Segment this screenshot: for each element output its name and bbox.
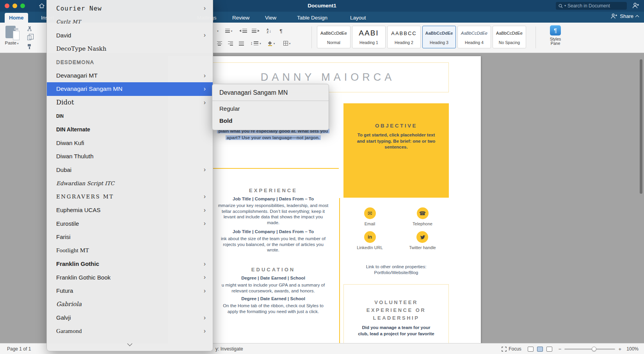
hidden-dropdown-caret[interactable]: ▾ [215, 27, 221, 35]
tab-home[interactable]: Home [5, 13, 28, 23]
format-painter-button[interactable] [26, 44, 33, 50]
chevron-down-icon [127, 341, 132, 346]
font-menu-item-franklin-gothic[interactable]: Franklin Gothic› [47, 257, 213, 271]
submenu-font-name: Devanagari Sangam MN [212, 87, 329, 99]
print-layout-view-button[interactable] [537, 347, 543, 352]
font-menu-item-edwardian-script-itc[interactable]: Edwardian Script ITC [47, 177, 213, 190]
degree-line: Degree | Date Earned | School [207, 296, 340, 302]
zoom-out-button[interactable]: − [559, 346, 562, 352]
submenu-option-regular[interactable]: Regular [212, 103, 329, 115]
focus-button[interactable]: Focus [502, 346, 521, 352]
contact-item-linkedin-url[interactable]: inLinkedIn URL [357, 231, 383, 250]
tab-view[interactable]: View [261, 13, 281, 23]
style-label: Heading 3 [423, 40, 455, 45]
vertical-scrollbar[interactable] [640, 59, 642, 194]
font-menu-item-farisi[interactable]: Farisi [47, 230, 213, 244]
share-sheet-icon[interactable] [632, 2, 639, 9]
text-line: apart? Use your own language—not jargon. [207, 135, 340, 141]
search-in-document-field[interactable]: ▾ Search in Document [556, 2, 627, 10]
read-mode-view-button[interactable] [528, 347, 534, 352]
submenu-arrow-icon: › [204, 207, 206, 213]
font-menu-item-curlz-mt[interactable]: Curlz MT [47, 15, 213, 29]
align-center-button[interactable] [215, 39, 224, 48]
menu-scroll-down[interactable] [47, 339, 213, 349]
font-menu-item-dubai[interactable]: Dubai› [47, 163, 213, 177]
cut-button[interactable] [26, 26, 33, 32]
line-spacing-icon: ↕ [250, 41, 253, 46]
font-menu-item-decotype-naskh[interactable]: DecoType Naskh [47, 42, 213, 56]
font-menu-item-footlight-mt[interactable]: Footlight MT [47, 244, 213, 257]
font-menu-item-eurostile[interactable]: Eurostile› [47, 217, 213, 230]
font-menu-item-gabriola[interactable]: Gabriola [47, 297, 213, 311]
text-line: made. [207, 220, 340, 226]
submenu-arrow-icon: › [204, 32, 206, 38]
borders-grid-icon [283, 41, 288, 46]
style-card-heading-1[interactable]: AABIHeading 1 [352, 26, 386, 48]
font-name-label: DIN Alternate [56, 126, 90, 133]
font-menu-item-diwan-thuluth[interactable]: Diwan Thuluth [47, 150, 213, 163]
paste-button[interactable] [5, 26, 16, 38]
style-card-normal[interactable]: AaBbCcDdEeNormal [317, 26, 350, 48]
font-menu-item-din-alternate[interactable]: DIN Alternate [47, 123, 213, 136]
caret-icon: ▾ [260, 42, 261, 45]
zoom-slider-thumb[interactable] [592, 347, 596, 351]
font-menu-item-galvji[interactable]: Galvji› [47, 311, 213, 325]
show-paragraph-marks-button[interactable]: ¶ [277, 27, 285, 35]
shading-button[interactable]: ▾ [265, 39, 278, 48]
font-menu-item-courier-new[interactable]: Courier New› [47, 2, 213, 15]
paste-label[interactable]: Paste▾ [3, 41, 20, 45]
font-menu-item-diwan-kufi[interactable]: Diwan Kufi [47, 136, 213, 150]
sort-button[interactable]: AZ↓ [263, 27, 275, 35]
style-card-no-spacing[interactable]: AaBbCcDdEeNo Spacing [493, 26, 526, 48]
copy-button[interactable] [26, 35, 33, 41]
page-indicator[interactable]: Page 1 of 1 [7, 346, 31, 352]
font-name-label: Devanagari MT [56, 72, 98, 79]
increase-indent-button[interactable] [251, 27, 261, 35]
tab-review[interactable]: Review [228, 13, 254, 23]
text-line: and start typing. Be brief: one or two [343, 138, 449, 145]
font-name-label: Franklin Gothic Book [56, 274, 110, 281]
font-menu-item-david[interactable]: David› [47, 28, 213, 42]
font-menu-item-franklin-gothic-book[interactable]: Franklin Gothic Book› [47, 271, 213, 284]
font-menu-item-garamond[interactable]: Garamond› [47, 324, 213, 338]
decrease-indent-button[interactable] [238, 27, 248, 35]
caret-icon: ▾ [289, 42, 291, 45]
text-line: levant and include data that shows the i… [207, 214, 340, 220]
contact-item-twitter-handle[interactable]: Twitter handle [409, 231, 436, 250]
zoom-slider[interactable] [564, 349, 615, 350]
zoom-level[interactable]: 100% [624, 346, 639, 352]
font-name-label: Garamond [56, 327, 82, 335]
font-menu-item-engravers-mt[interactable]: ENGRAVERS MT› [47, 190, 213, 204]
text-line: Link to other online properties: [343, 264, 449, 270]
borders-button[interactable]: ▾ [280, 39, 294, 48]
align-right-button[interactable] [226, 39, 235, 48]
style-card-heading-2[interactable]: AABBCCHeading 2 [387, 26, 421, 48]
font-menu-item-devanagari-mt[interactable]: Devanagari MT› [47, 69, 213, 83]
justify-button[interactable] [237, 39, 246, 48]
style-card-heading-3[interactable]: AaBbCcDdEeHeading 3 [422, 26, 456, 48]
contact-label: LinkedIn URL [357, 245, 383, 250]
multilevel-list-button[interactable]: ▾ [222, 27, 235, 35]
style-card-heading-4[interactable]: AaBbCcDdEeHeading 4 [457, 26, 491, 48]
accessibility-status-partial[interactable]: y: Investigate [215, 346, 243, 352]
font-menu-item-didot[interactable]: Didot› [47, 96, 213, 110]
font-menu-item-desdemona[interactable]: Desdemona [47, 55, 213, 69]
font-menu-item-euphemia-ucas[interactable]: Euphemia UCAS› [47, 204, 213, 217]
tab-layout[interactable]: Layout [346, 13, 370, 23]
zoom-in-button[interactable]: + [618, 346, 621, 352]
contact-item-email[interactable]: ✉Email [364, 207, 376, 226]
submenu-option-bold[interactable]: Bold [212, 115, 329, 127]
contact-item-telephone[interactable]: ☎Telephone [413, 207, 432, 226]
search-icon [559, 4, 563, 8]
font-menu-item-futura[interactable]: Futura› [47, 284, 213, 298]
share-button[interactable]: Share [610, 13, 639, 19]
font-menu-item-din[interactable]: DIN [47, 109, 213, 123]
submenu-arrow-icon: › [204, 86, 206, 92]
text-line: sentences. [343, 144, 449, 150]
web-layout-view-button[interactable] [546, 347, 552, 352]
tab-table-design[interactable]: Table Design [293, 13, 332, 23]
style-label: Normal [317, 40, 350, 45]
styles-pane-button[interactable]: ¶ Styles Pane [543, 25, 568, 46]
line-spacing-button[interactable]: ↕▾ [249, 39, 262, 48]
font-menu-item-devanagari-sangam-mn[interactable]: Devanagari Sangam MN› [47, 82, 213, 96]
